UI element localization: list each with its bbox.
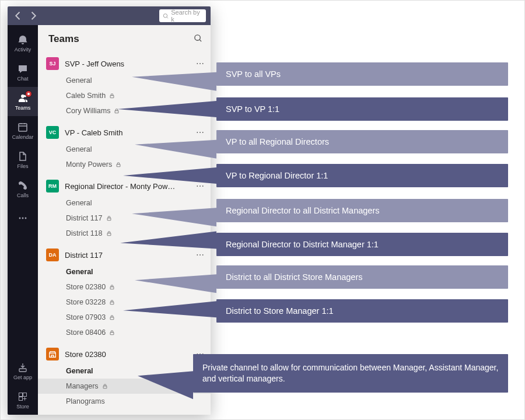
team-avatar: RM: [46, 180, 59, 192]
team-more-button[interactable]: ⋯: [196, 59, 205, 68]
team-more-button[interactable]: ⋯: [196, 128, 205, 137]
rail-chat[interactable]: Chat: [8, 58, 38, 87]
rail-label: Chat: [17, 76, 28, 82]
annotation-callout: VP to all Regional Directors: [216, 130, 508, 153]
lock-icon: [109, 299, 115, 305]
notification-badge: [25, 90, 32, 97]
rail-getapp[interactable]: Get app: [8, 356, 38, 386]
team-more-button[interactable]: ⋯: [196, 250, 205, 260]
svg-rect-12: [117, 164, 120, 167]
nav-forward-button[interactable]: [27, 10, 39, 22]
callout-text: District to all District Store Managers: [226, 272, 362, 282]
channel-name: General: [66, 145, 92, 153]
team-header[interactable]: SJSVP - Jeff Owens⋯: [38, 54, 211, 73]
channel-name: Monty Powers: [66, 160, 112, 169]
rail-more[interactable]: [8, 204, 38, 233]
channel-name: Caleb Smith: [66, 92, 106, 100]
channel-name: Planograms: [66, 397, 105, 405]
svg-rect-8: [19, 397, 23, 400]
annotation-callout: District to Store Manager 1:1: [216, 299, 508, 323]
rail-files[interactable]: Files: [8, 145, 38, 174]
annotation-callout: Private channel to allow for communicati…: [193, 354, 508, 393]
more-icon: [18, 213, 28, 223]
svg-rect-17: [110, 317, 114, 320]
nav-back-button[interactable]: [12, 10, 24, 22]
svg-rect-13: [107, 218, 111, 220]
svg-point-0: [163, 13, 167, 17]
svg-rect-16: [110, 302, 114, 304]
panel-title: Teams: [48, 33, 79, 45]
rail-label: Calendar: [12, 134, 34, 140]
team-header[interactable]: Store 02380⋯: [38, 345, 211, 363]
search-input[interactable]: Search by k: [159, 9, 206, 22]
channel-name: Store 08406: [66, 328, 106, 337]
callout-text: VP to Regional Director 1:1: [226, 171, 328, 180]
channel-name: Store 02380: [66, 283, 106, 291]
team-name: District 117: [65, 251, 190, 260]
lock-icon: [102, 383, 108, 389]
annotation-callout: Regional Director to District Manager 1:…: [216, 233, 508, 256]
getapp-icon: [18, 362, 28, 373]
svg-point-2: [19, 218, 21, 219]
app-rail: ActivityChatTeamsCalendarFilesCallsGet a…: [8, 25, 38, 415]
svg-rect-19: [103, 386, 107, 388]
channel-name: District 117: [66, 214, 103, 222]
lock-icon: [109, 93, 115, 99]
team-name: Store 02380: [65, 350, 190, 359]
search-placeholder: Search by k: [171, 9, 202, 23]
channel-name: Store 07903: [66, 313, 106, 321]
rail-calendar[interactable]: Calendar: [8, 116, 38, 145]
rail-label: Activity: [15, 47, 32, 52]
channel-name: Managers: [66, 382, 99, 390]
channel-name: General: [66, 268, 93, 276]
svg-rect-15: [110, 287, 114, 289]
filter-icon[interactable]: [194, 34, 202, 45]
svg-point-4: [25, 218, 27, 219]
team-avatar: DA: [46, 249, 59, 261]
rail-label: Teams: [15, 105, 31, 111]
svg-point-3: [22, 218, 24, 219]
channel-name: General: [66, 367, 93, 375]
search-icon: [163, 13, 169, 19]
team-name: VP - Caleb Smith: [65, 128, 190, 137]
svg-rect-1: [19, 124, 27, 131]
channel-name: District 118: [66, 229, 103, 237]
calendar-icon: [18, 122, 28, 132]
callout-text: Regional Director to all District Manage…: [226, 206, 380, 215]
callout-text: SVP to VP 1:1: [226, 104, 279, 114]
lock-icon: [109, 284, 115, 290]
team-avatar: SJ: [46, 57, 59, 70]
channel-name: Store 03228: [66, 298, 106, 306]
svg-rect-7: [23, 393, 27, 396]
channel-item[interactable]: Store 08406: [38, 325, 211, 340]
chat-icon: [18, 64, 28, 74]
titlebar: Search by k: [8, 6, 211, 25]
rail-store[interactable]: Store: [8, 386, 38, 415]
rail-label: Get app: [13, 374, 32, 380]
lock-icon: [106, 230, 112, 236]
activity-icon: [18, 34, 28, 45]
lock-icon: [116, 162, 121, 167]
rail-teams[interactable]: Teams: [8, 87, 38, 116]
calls-icon: [18, 180, 28, 191]
team-header[interactable]: VCVP - Caleb Smith⋯: [38, 123, 211, 142]
store-icon: [46, 348, 59, 360]
rail-activity[interactable]: Activity: [8, 29, 38, 58]
rail-calls[interactable]: Calls: [8, 174, 38, 204]
channel-name: General: [66, 76, 92, 85]
annotation-callout: Regional Director to all District Manage…: [216, 199, 508, 222]
annotation-callout: SVP to VP 1:1: [216, 97, 508, 121]
svg-rect-14: [107, 233, 111, 236]
channel-name: Cory Williams: [66, 107, 110, 115]
svg-rect-6: [19, 393, 23, 396]
rail-label: Store: [16, 404, 29, 410]
annotation-callout: SVP to all VPs: [216, 62, 508, 86]
svg-rect-18: [110, 332, 114, 335]
svg-rect-10: [110, 96, 114, 98]
callout-text: District to Store Manager 1:1: [226, 306, 334, 316]
lock-icon: [106, 215, 112, 221]
rail-label: Calls: [17, 192, 29, 198]
channel-name: General: [66, 199, 92, 207]
team-avatar: VC: [46, 126, 59, 139]
callout-text: Private channel to allow for communicati…: [202, 362, 499, 384]
